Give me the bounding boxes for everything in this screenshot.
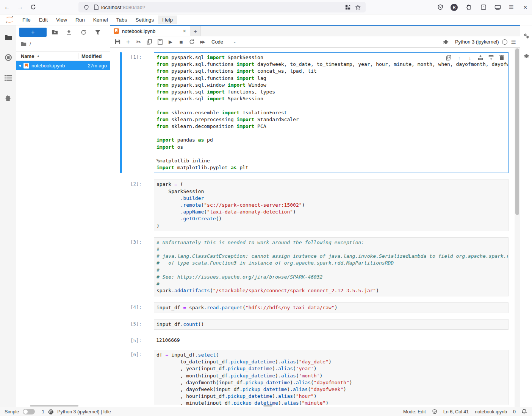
trust-shield-icon[interactable] [432,409,437,414]
url-bar[interactable]: localhost:8080/lab? [78,2,366,12]
run-cell-icon[interactable]: ▶ [165,37,176,47]
extension-manager-tab[interactable] [0,90,16,106]
shield-icon[interactable] [81,2,91,12]
downloads-tray-icon[interactable] [480,2,487,12]
duplicate-cell-icon[interactable] [444,54,453,61]
mode-indicator[interactable]: Mode: Edit [403,409,426,414]
close-icon[interactable]: ✕ [523,2,527,12]
refresh-icon[interactable] [77,28,90,37]
screenshot-grid-icon[interactable] [343,2,353,12]
kernel-status-text[interactable]: Python 3 (ipykernel) | Idle [57,409,111,414]
pocket-icon[interactable] [437,2,443,12]
restart-kernel-icon[interactable] [186,37,197,47]
copy-cells-icon[interactable] [144,37,155,47]
kernel-name[interactable]: Python 3 (ipykernel) [455,39,499,45]
code-cell[interactable]: [3]:# Unfortunately this is needed to wo… [120,237,509,296]
insert-cell-below-icon[interactable] [487,54,495,61]
debugger-bug-icon[interactable] [441,37,451,47]
cell-editor[interactable]: spark = ( SparkSession .builder .remote(… [154,179,509,231]
filter-icon[interactable] [91,28,104,37]
column-modified[interactable]: Modified [78,53,110,59]
kernel-status-icon[interactable] [502,39,507,45]
cell-editor[interactable]: df = input_df.select( to_date(input_df.p… [154,350,509,405]
folder-icon [21,42,27,46]
cell-editor[interactable]: input_df = spark.read.parquet("hdfs://hd… [154,302,509,313]
menu-file[interactable]: File [18,16,35,24]
page-info-icon[interactable] [91,2,101,12]
main-dock-panel: notebook.ipynb × + + ✂ [110,25,520,407]
simple-mode-toggle[interactable] [23,409,35,414]
file-browser-tab[interactable] [0,30,16,45]
kernel-chip-icon[interactable] [48,409,53,414]
menu-view[interactable]: View [52,16,71,24]
move-cell-up-icon[interactable]: ↑ [455,54,463,61]
cell-type-dropdown[interactable]: Code ⌄ [211,39,236,45]
cut-cells-icon[interactable]: ✂ [133,37,144,47]
sidebar-toggle-icon[interactable] [494,2,501,12]
code-cell[interactable]: [2]:spark = ( SparkSession .builder .rem… [120,179,509,231]
notebook-icon [114,28,119,34]
statusbar-filename[interactable]: notebook.ipynb [475,409,507,414]
save-icon[interactable] [112,37,123,47]
debugger-panel-tab[interactable] [520,48,532,63]
cell-collapser[interactable] [120,237,122,296]
upload-icon[interactable] [63,28,75,37]
forward-icon[interactable]: → [14,2,26,12]
code-cell[interactable]: [4]:input_df = spark.read.parquet("hdfs:… [120,302,509,313]
cell-collapser[interactable] [120,52,122,173]
interrupt-kernel-icon[interactable]: ■ [176,37,186,47]
menu-help[interactable]: Help [158,16,177,24]
property-inspector-tab[interactable] [520,28,532,44]
notebook-toolbar: + ✂ ▶ ■ [110,36,520,48]
notebook-scroll-area[interactable]: [1]:from pyspark.sql import SparkSession… [110,48,515,405]
notification-count[interactable]: 0 [513,409,516,414]
running-sessions-tab[interactable] [0,50,16,65]
code-cell[interactable]: [1]:from pyspark.sql import SparkSession… [120,52,509,173]
toolbar-overflow-icon[interactable]: ☰ [511,39,516,45]
column-name[interactable]: Name ▲ [16,53,78,59]
notebook-vscrollbar[interactable] [515,48,520,407]
extensions-icon[interactable] [466,2,472,12]
code-cell[interactable]: [6]:df = input_df.select( to_date(input_… [120,350,509,405]
reload-icon[interactable] [27,2,39,12]
new-tab-button[interactable]: + [190,26,201,36]
restart-run-all-icon[interactable]: ▶▶ [197,37,208,47]
profile-avatar[interactable]: R [451,2,458,12]
cell-collapser[interactable] [120,350,122,405]
code-cell[interactable]: [5]:input_df.count() [120,319,509,330]
cell-collapser[interactable] [120,302,122,313]
cursor-position[interactable]: Ln 6, Col 41 [443,409,469,414]
cell-editor[interactable]: from pyspark.sql import SparkSession fro… [154,52,509,173]
paste-cells-icon[interactable] [155,37,165,47]
cell-editor[interactable]: input_df.count() [154,319,509,330]
browser-toolbar: ← → localhost:8080/lab? [0,0,532,14]
insert-cell-above-icon[interactable] [476,54,485,61]
move-cell-down-icon[interactable]: ↓ [466,54,474,61]
bell-icon[interactable] [522,409,527,414]
menu-settings[interactable]: Settings [131,16,158,24]
menu-tabs[interactable]: Tabs [112,16,131,24]
breadcrumb[interactable]: / [16,39,110,49]
kernel-busy-count[interactable]: 1 [42,409,44,414]
cell-collapser[interactable] [120,319,122,330]
menu-edit[interactable]: Edit [35,16,52,24]
cell-editor[interactable]: # Unfortunately this is needed to work a… [154,237,509,296]
cell-output: [5]:12106669 [120,336,509,344]
delete-cell-icon[interactable] [498,54,506,61]
table-of-contents-tab[interactable] [0,70,16,86]
menu-icon[interactable]: ☰ [509,2,514,12]
file-browser-panel: + [16,25,110,407]
tab-notebook[interactable]: notebook.ipynb × [110,26,190,36]
back-icon[interactable]: ← [2,2,13,12]
file-row-notebook[interactable]: notebook.ipynb 27m ago [16,61,110,70]
new-launcher-button[interactable]: + [19,28,47,37]
new-folder-icon[interactable] [48,28,61,37]
add-cell-icon[interactable]: + [123,37,133,47]
bookmark-star-icon[interactable] [353,2,363,12]
menu-kernel[interactable]: Kernel [89,16,112,24]
cell-collapser[interactable] [120,179,122,231]
menu-run[interactable]: Run [71,16,89,24]
cell-input-prompt: [1]: [130,52,154,173]
tab-close-icon[interactable]: × [183,28,186,34]
jupyter-logo [5,16,14,24]
